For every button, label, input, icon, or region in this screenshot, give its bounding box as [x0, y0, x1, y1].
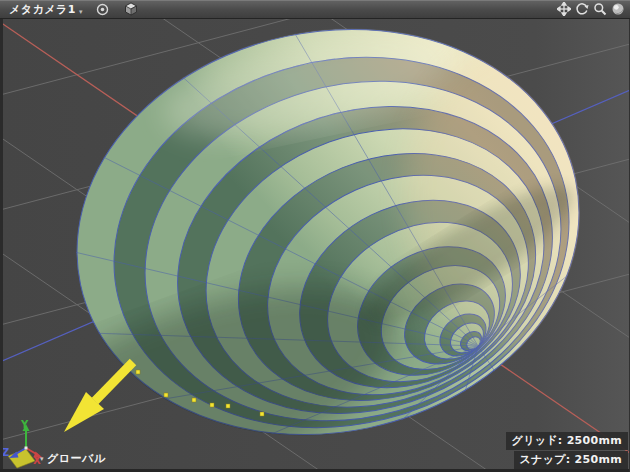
gizmo-z-label: Z	[2, 447, 9, 458]
grid-snap-status: グリッド: 2500mm スナップ: 250mm	[506, 431, 628, 469]
orbit-icon[interactable]	[574, 1, 590, 17]
cube-icon[interactable]	[123, 1, 139, 17]
grid-status-label: グリッド: 2500mm	[506, 432, 628, 450]
pane-title-text: メタカメラ1	[9, 2, 76, 17]
coord-dropdown-icon: ▾	[40, 455, 44, 463]
pane-titlebar: メタカメラ1 ▾	[0, 0, 630, 19]
metasequoia-camera-pane: Y Z X メタカメラ1 ▾	[0, 0, 630, 472]
frame-edge-left	[0, 0, 3, 472]
pane-title[interactable]: メタカメラ1 ▾	[9, 2, 83, 17]
pan-icon[interactable]	[556, 1, 572, 17]
title-dropdown-icon[interactable]: ▾	[79, 8, 83, 16]
coord-label-text: グローバル	[47, 451, 106, 466]
viewport-canvas[interactable]: Y Z X	[0, 0, 630, 472]
gizmo-y-label: Y	[20, 419, 29, 430]
coordinate-system-selector[interactable]: ▾ グローバル	[40, 451, 106, 466]
view-tools	[554, 1, 626, 17]
snap-status-label: スナップ: 250mm	[514, 451, 628, 469]
shading-icon[interactable]	[610, 1, 626, 17]
viewport-3d[interactable]: Y Z X	[0, 0, 630, 472]
zoom-icon[interactable]	[592, 1, 608, 17]
camera-target-icon[interactable]	[95, 1, 111, 17]
